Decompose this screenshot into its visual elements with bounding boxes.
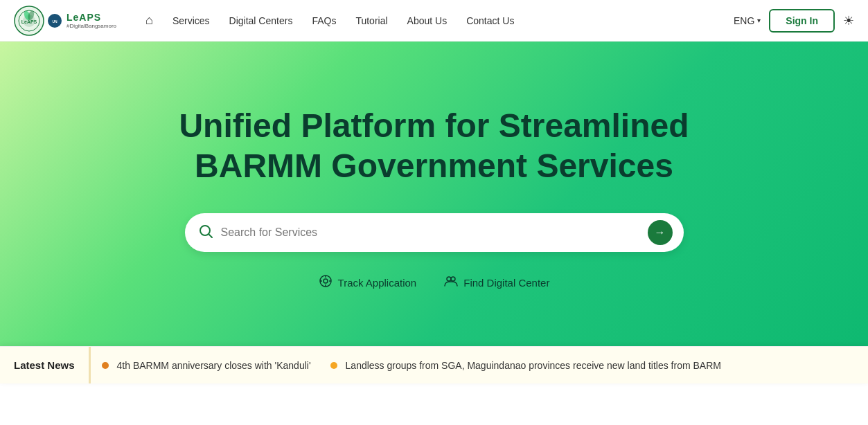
news-label: Latest News — [0, 347, 91, 383]
find-center-label: Find Digital Center — [463, 277, 549, 289]
news-bullet-2 — [330, 362, 337, 369]
news-content: 4th BARMM anniversary closes with 'Kandu… — [91, 360, 746, 371]
news-bullet-1 — [102, 362, 109, 369]
search-icon — [199, 224, 213, 242]
logo-main-text: LeAPS — [67, 12, 116, 23]
logo-svg: LeAPS UN — [14, 6, 62, 36]
news-item-1: 4th BARMM anniversary closes with 'Kandu… — [117, 360, 311, 371]
home-nav-link[interactable]: ⌂ — [145, 13, 153, 28]
news-ticker: Latest News 4th BARMM anniversary closes… — [0, 346, 868, 383]
hero-title-line1: Unified Platform for Streamlined — [179, 107, 689, 144]
track-svg-icon — [319, 274, 333, 288]
chevron-down-icon: ▾ — [757, 17, 761, 24]
hero-section: Unified Platform for Streamlined BARMM G… — [0, 42, 868, 383]
sign-in-button[interactable]: Sign In — [769, 9, 835, 33]
find-center-svg-icon — [444, 274, 458, 288]
search-svg-icon — [199, 224, 213, 238]
nav-item-faqs[interactable]: FAQs — [312, 15, 336, 26]
find-digital-center-button[interactable]: Find Digital Center — [444, 274, 549, 291]
hero-title: Unified Platform for Streamlined BARMM G… — [179, 106, 689, 186]
nav-item-about-us[interactable]: About Us — [407, 15, 448, 26]
svg-text:UN: UN — [52, 19, 57, 24]
track-icon — [319, 274, 333, 291]
nav-item-contact-us[interactable]: Contact Us — [466, 15, 514, 26]
nav-item-digital-centers[interactable]: Digital Centers — [229, 15, 293, 26]
navbar: LeAPS UN LeAPS #DigitalBangsamoro ⌂ Serv… — [0, 0, 868, 42]
svg-text:LeAPS: LeAPS — [21, 19, 37, 24]
hero-actions: Track Application Find Digital Center — [319, 274, 550, 291]
svg-point-17 — [451, 277, 455, 281]
logo-area: LeAPS UN LeAPS #DigitalBangsamoro — [14, 6, 125, 36]
un-logo-icon: UN — [47, 13, 62, 28]
track-application-button[interactable]: Track Application — [319, 274, 417, 291]
find-center-icon — [444, 274, 458, 291]
svg-point-16 — [447, 277, 451, 281]
nav-links: ⌂ Services Digital Centers FAQs Tutorial… — [145, 13, 713, 28]
search-input[interactable] — [221, 226, 648, 239]
leaps-logo-icon: LeAPS — [14, 6, 44, 36]
track-application-label: Track Application — [338, 277, 417, 289]
logo-text: LeAPS #DigitalBangsamoro — [67, 12, 116, 29]
svg-line-9 — [209, 234, 212, 237]
logo-subtitle-text: #DigitalBangsamoro — [67, 23, 116, 29]
nav-item-services[interactable]: Services — [172, 15, 210, 26]
hero-title-line2: BARMM Government Services — [195, 147, 673, 184]
theme-toggle-icon[interactable]: ☀ — [843, 13, 854, 28]
search-submit-button[interactable]: → — [648, 220, 673, 245]
language-selector[interactable]: ENG ▾ — [734, 15, 761, 26]
nav-right: ENG ▾ Sign In ☀ — [734, 9, 854, 33]
search-bar: → — [185, 213, 684, 252]
language-label: ENG — [734, 15, 754, 26]
svg-point-11 — [324, 279, 328, 283]
news-item-2: Landless groups from SGA, Maguindanao pr… — [346, 360, 721, 371]
nav-item-tutorial[interactable]: Tutorial — [355, 15, 387, 26]
